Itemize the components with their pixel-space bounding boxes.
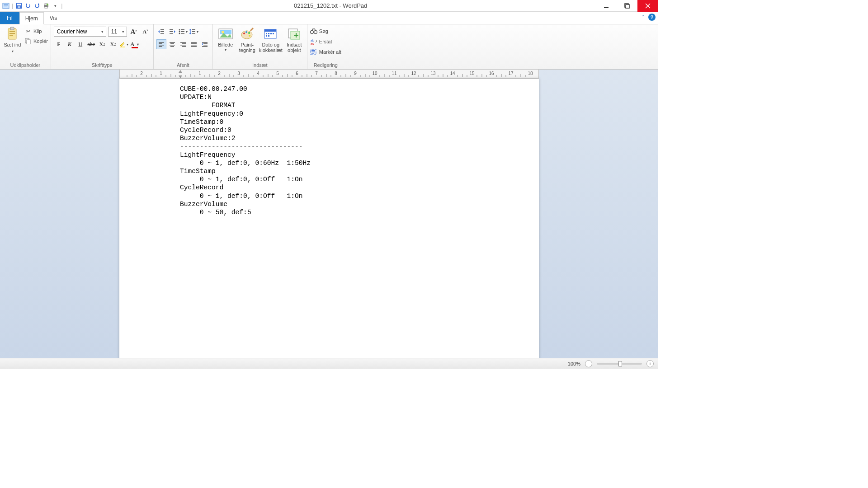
zoom-out-button[interactable]: −: [585, 360, 592, 367]
svg-rect-34: [181, 31, 184, 32]
cut-button[interactable]: ✂Klip: [24, 27, 48, 36]
tab-file[interactable]: Fil: [0, 12, 19, 24]
binoculars-icon: [310, 28, 317, 35]
underline-button[interactable]: U: [75, 39, 85, 49]
copy-button[interactable]: Kopiér: [24, 37, 48, 46]
paragraph-dialog-button[interactable]: [200, 39, 210, 49]
bold-button[interactable]: F: [54, 39, 64, 49]
clipboard-icon: [5, 27, 20, 41]
svg-rect-1: [4, 4, 8, 5]
svg-rect-49: [180, 45, 186, 46]
svg-rect-69: [266, 33, 267, 34]
svg-point-31: [179, 31, 180, 33]
svg-rect-43: [170, 42, 175, 43]
svg-rect-48: [182, 43, 186, 44]
redo-icon[interactable]: [33, 2, 41, 10]
highlight-button[interactable]: ▾: [119, 39, 129, 49]
svg-rect-38: [192, 33, 195, 34]
insert-paint-button[interactable]: Paint-tegning: [237, 26, 257, 53]
tab-view[interactable]: Vis: [44, 12, 63, 24]
svg-rect-57: [203, 45, 208, 46]
insert-picture-button[interactable]: Billede▾: [216, 26, 236, 52]
svg-rect-25: [160, 31, 164, 32]
ribbon-collapse-icon[interactable]: ⌃: [641, 14, 646, 20]
decrease-indent-button[interactable]: [156, 27, 166, 37]
svg-rect-52: [191, 43, 197, 44]
page[interactable]: CUBE-00.00.247.00 UPDATE:N FORMAT LightF…: [119, 79, 539, 358]
svg-rect-53: [191, 45, 197, 46]
quick-access-toolbar: | ▾ |: [0, 2, 65, 10]
svg-point-63: [243, 33, 245, 34]
font-size-combo[interactable]: 11▾: [108, 27, 127, 37]
document-text[interactable]: CUBE-00.00.247.00 UPDATE:N FORMAT LightF…: [180, 85, 311, 216]
align-right-button[interactable]: [178, 39, 188, 49]
maximize-button[interactable]: [617, 0, 637, 12]
tab-home[interactable]: Hjem: [19, 12, 44, 24]
group-insert-label: Indsæt: [216, 61, 304, 69]
align-center-button[interactable]: [167, 39, 177, 49]
app-icon[interactable]: [2, 2, 10, 10]
svg-point-61: [222, 31, 224, 33]
strikethrough-button[interactable]: abc: [86, 39, 96, 49]
svg-rect-70: [268, 33, 269, 34]
group-font: Courier New▾ 11▾ A˄ A˅ F K U abc X2 X2 ▾…: [51, 24, 154, 69]
align-justify-button[interactable]: [189, 39, 199, 49]
replace-button[interactable]: abacErstat: [310, 37, 332, 46]
save-icon[interactable]: [15, 2, 23, 10]
svg-rect-73: [266, 35, 267, 37]
close-button[interactable]: [637, 0, 658, 12]
font-color-button[interactable]: A▾: [130, 39, 140, 49]
svg-point-66: [249, 35, 250, 37]
svg-rect-60: [220, 30, 231, 34]
svg-text:ac: ac: [311, 42, 314, 45]
svg-point-30: [179, 29, 180, 31]
increase-indent-button[interactable]: [167, 27, 177, 37]
svg-rect-55: [202, 42, 208, 43]
qat-customize-icon[interactable]: ▾: [51, 2, 59, 10]
group-paragraph: ▾ ▾ Afsnit: [154, 24, 213, 69]
svg-rect-50: [182, 46, 186, 47]
svg-rect-18: [9, 31, 15, 32]
superscript-button[interactable]: X2: [108, 39, 118, 49]
insert-object-button[interactable]: Indsæt objekt: [284, 26, 304, 53]
group-editing-label: Redigering: [310, 61, 341, 69]
grow-font-button[interactable]: A˄: [129, 27, 139, 37]
svg-rect-33: [181, 29, 184, 30]
selectall-button[interactable]: Markér alt: [310, 47, 341, 56]
picture-icon: [218, 27, 233, 41]
scissors-icon: ✂: [24, 28, 32, 35]
insert-datetime-button[interactable]: Dato og klokkeslæt: [259, 26, 283, 53]
italic-button[interactable]: K: [65, 39, 75, 49]
help-icon[interactable]: ?: [648, 14, 656, 21]
palette-icon: [240, 27, 255, 41]
group-font-label: Skrifttype: [54, 61, 151, 69]
paste-button[interactable]: Sæt ind ▾: [3, 26, 23, 54]
shrink-font-button[interactable]: A˅: [141, 27, 151, 37]
title-bar: | ▾ | 021215_1202.txt - WordPad: [0, 0, 658, 12]
ribbon: Sæt ind ▾ ✂Klip Kopiér Udklipsholder Cou…: [0, 24, 658, 70]
align-left-button[interactable]: [156, 39, 166, 49]
zoom-slider[interactable]: [597, 363, 642, 365]
svg-point-78: [314, 31, 317, 34]
minimize-button[interactable]: [596, 0, 617, 12]
subscript-button[interactable]: X2: [97, 39, 107, 49]
svg-rect-5: [17, 4, 21, 5]
svg-rect-27: [170, 29, 173, 30]
svg-point-32: [179, 33, 180, 34]
svg-rect-72: [273, 33, 274, 34]
status-bar: 100% − +: [0, 358, 658, 369]
undo-icon[interactable]: [24, 2, 32, 10]
bullets-button[interactable]: ▾: [178, 27, 188, 37]
print-icon[interactable]: [42, 2, 50, 10]
font-name-combo[interactable]: Courier New▾: [54, 27, 106, 37]
svg-rect-82: [311, 50, 315, 51]
svg-rect-40: [159, 43, 162, 44]
zoom-in-button[interactable]: +: [646, 360, 654, 367]
calendar-icon: [264, 27, 278, 41]
object-icon: [287, 27, 302, 41]
line-spacing-button[interactable]: ▾: [189, 27, 199, 37]
svg-rect-13: [626, 5, 629, 8]
find-button[interactable]: Søg: [310, 27, 328, 36]
svg-rect-37: [192, 31, 195, 32]
horizontal-ruler[interactable]: 12123456789101112131415161718: [119, 70, 539, 79]
